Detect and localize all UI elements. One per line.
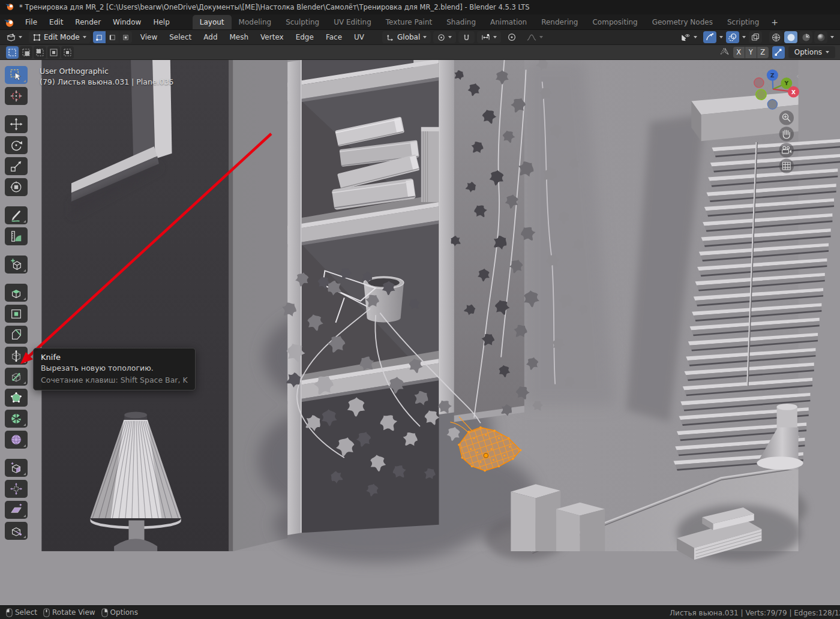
tab-rendering[interactable]: Rendering [534,15,585,29]
menu-render[interactable]: Render [69,14,107,29]
shading-dropdown[interactable] [829,31,835,43]
tool-cursor[interactable] [5,87,28,105]
shading-wireframe-button[interactable] [769,31,782,43]
orthographic-grid-button[interactable] [779,158,794,173]
title-bar[interactable]: * Тренировка для MR_2 [C:\Users\bearw\On… [0,0,840,14]
select-extend-icon[interactable] [20,46,32,59]
tool-inset-faces[interactable] [5,305,28,323]
menu-add[interactable]: Add [197,30,223,44]
menu-uv[interactable]: UV [348,30,370,44]
overlays-dropdown[interactable] [741,31,747,43]
tool-spin[interactable] [5,410,28,428]
mirror-x-button[interactable]: X [733,47,745,58]
pivot-point-selector[interactable] [433,31,456,43]
tool-rotate[interactable] [5,136,28,154]
show-object-types-selector[interactable] [677,31,701,43]
tool-scale[interactable] [5,157,28,175]
select-subtract-icon[interactable] [34,46,46,59]
select-set-icon[interactable] [6,46,19,59]
xray-toggle[interactable] [749,31,762,43]
snap-fade-toggle-icon[interactable] [772,46,785,59]
select-intersect-icon[interactable] [61,46,74,59]
options-label: Options [794,48,822,56]
tab-animation[interactable]: Animation [483,15,534,29]
menu-help[interactable]: Help [147,14,175,29]
snap-toggle[interactable] [458,31,475,43]
add-workspace-button[interactable]: + [766,15,783,29]
tool-smooth[interactable] [5,431,28,449]
viewport-canvas[interactable]: Z Y X [0,60,840,605]
move-icon [10,118,23,131]
tool-transform[interactable] [5,178,28,196]
tool-extrude-region[interactable] [5,284,28,302]
tab-layout[interactable]: Layout [193,15,232,29]
menu-file[interactable]: File [19,14,43,29]
tab-compositing[interactable]: Compositing [585,15,644,29]
mirror-y-button[interactable]: Y [745,47,757,58]
menu-window[interactable]: Window [107,14,147,29]
gizmo-axis-neg-y[interactable] [756,89,766,100]
editor-type-button[interactable] [2,31,26,43]
tool-poly-build[interactable] [5,389,28,407]
mirror-z-button[interactable]: Z [757,47,769,58]
tab-uv-editing[interactable]: UV Editing [326,15,379,29]
tool-loop-cut[interactable] [5,347,28,365]
gizmo-axis-neg-z[interactable] [767,100,777,109]
select-mode-options [5,46,74,59]
menu-face[interactable]: Face [320,30,348,44]
mode-selector[interactable]: Edit Mode [29,31,91,43]
vertex-select-mode-icon[interactable] [93,31,106,43]
viewport-header: Edit Mode View Select Add Mesh Vertex Ed… [0,30,840,45]
tab-modeling[interactable]: Modeling [232,15,279,29]
mirror-icon[interactable] [719,47,730,58]
knife-icon [10,370,23,383]
edge-select-mode-icon[interactable] [106,31,119,43]
active-object-label: (79) Листья вьюна.031 | Plane.035 [40,77,173,88]
pan-hand-button[interactable] [779,127,794,141]
gizmo-axis-neg-x[interactable] [754,78,764,88]
tab-scripting[interactable]: Scripting [720,15,766,29]
zoom-button[interactable] [779,110,794,125]
shading-rendered-button[interactable] [814,31,827,43]
shading-material-button[interactable] [799,31,812,43]
menu-edge[interactable]: Edge [290,30,320,44]
tool-shelf [5,66,28,543]
menu-bar: File Edit Render Window Help Layout Mode… [0,14,840,30]
snap-target-selector[interactable] [477,31,501,43]
show-overlays-toggle[interactable] [726,31,739,43]
tab-geometry-nodes[interactable]: Geometry Nodes [645,15,720,29]
tool-bevel[interactable] [5,326,28,344]
proportional-falloff-selector[interactable] [523,31,547,43]
tool-move[interactable] [5,115,28,133]
menu-edit[interactable]: Edit [43,14,69,29]
select-invert-icon[interactable] [47,46,60,59]
options-dropdown[interactable]: Options [788,46,835,58]
tool-edge-slide[interactable] [5,459,28,477]
transform-orientation-selector[interactable]: Global [382,31,431,43]
proportional-editing-toggle[interactable] [503,31,520,43]
tab-shading[interactable]: Shading [439,15,483,29]
menu-select[interactable]: Select [163,30,197,44]
shading-solid-button[interactable] [784,31,797,43]
tool-rip-region[interactable] [5,522,28,540]
gizmo-dropdown[interactable] [718,31,724,43]
tool-measure[interactable] [5,227,28,245]
menu-view[interactable]: View [134,30,163,44]
blender-menu-logo-icon[interactable] [4,17,14,28]
sidebar-collapse-icon[interactable]: ‹ [796,72,799,80]
tab-texture-paint[interactable]: Texture Paint [379,15,439,29]
show-gizmo-toggle[interactable] [703,31,716,43]
camera-view-button[interactable] [779,143,794,157]
window-title: * Тренировка для MR_2 [C:\Users\bearw\On… [19,3,530,11]
tool-add-cube[interactable] [5,256,28,274]
tool-tweak-select[interactable] [5,66,28,84]
tab-sculpting[interactable]: Sculpting [278,15,326,29]
tool-knife[interactable] [5,368,28,386]
tool-shear[interactable] [5,501,28,519]
face-select-mode-icon[interactable] [119,31,132,43]
menu-mesh[interactable]: Mesh [224,30,255,44]
tool-shrink-fatten[interactable] [5,480,28,498]
menu-vertex[interactable]: Vertex [254,30,290,44]
tool-annotate[interactable] [5,206,28,224]
viewport-3d[interactable]: Z Y X [0,60,840,605]
